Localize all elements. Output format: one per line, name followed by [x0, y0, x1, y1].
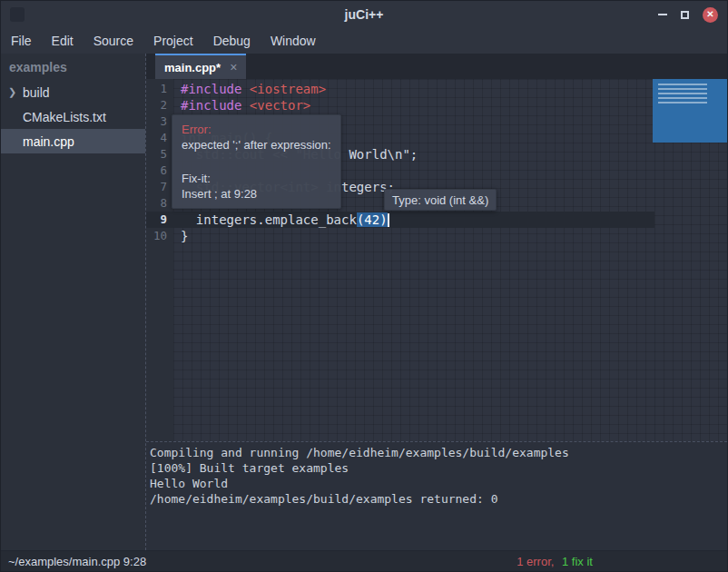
tab-label: main.cpp*: [164, 61, 221, 74]
minimize-button[interactable]: [658, 14, 667, 15]
selected-text: (42): [357, 212, 388, 227]
code-line-1: #include <iostream>: [146, 81, 727, 97]
cursor-location: ~/examples/main.cpp 9:28: [8, 555, 146, 568]
sidebar-item-build[interactable]: ❯build: [1, 80, 145, 104]
code-text: #include: [181, 82, 250, 96]
fixit-count[interactable]: 1 fix it: [562, 555, 593, 568]
error-tooltip: Error: expected ';' after expression: Fi…: [172, 114, 341, 209]
code-line-9: integers.emplace_back(42): [146, 212, 727, 228]
code-text: <iostream>: [250, 82, 326, 96]
tab-main-cpp[interactable]: main.cpp* ×: [155, 54, 246, 79]
output-line: /home/eidheim/examples/build/examples re…: [150, 491, 723, 507]
minimap-lines: [658, 84, 707, 105]
main-area: examples ❯buildCMakeLists.txtmain.cpp ma…: [1, 54, 727, 550]
editor-column: main.cpp* × 12345678910 #include <iostre…: [146, 54, 727, 550]
project-name: examples: [1, 54, 145, 80]
menu-item-edit[interactable]: Edit: [42, 30, 84, 52]
menu-item-window[interactable]: Window: [261, 30, 326, 52]
diagnostics: 1 error, 1 fix it: [516, 555, 593, 568]
output-line: [100%] Built target examples: [150, 460, 723, 476]
code-text: }: [181, 229, 188, 243]
error-title: Error:: [182, 122, 331, 137]
titlebar: juCi++ ✕: [1, 1, 727, 28]
type-signature: Type: void (int &&): [392, 193, 488, 207]
output-panel[interactable]: Compiling and running /home/eidheim/exam…: [146, 441, 727, 552]
restore-button[interactable]: [681, 11, 689, 19]
code-line-2: #include <vector>: [146, 97, 727, 113]
error-count[interactable]: 1 error,: [516, 555, 554, 568]
chevron-right-icon[interactable]: ❯: [8, 86, 23, 98]
menu-item-debug[interactable]: Debug: [203, 30, 261, 52]
tab-close-icon[interactable]: ×: [230, 61, 237, 74]
menu-item-source[interactable]: Source: [84, 30, 143, 52]
code-text: integers.emplace_back: [181, 212, 357, 227]
close-icon: ✕: [706, 10, 713, 19]
output-line: Hello World: [150, 476, 723, 491]
app-icon: [10, 7, 25, 22]
window-controls: ✕: [658, 1, 718, 28]
text-cursor: [388, 213, 389, 227]
file-label: CMakeLists.txt: [23, 110, 106, 124]
jucipp-window: juCi++ ✕ FileEditSourceProjectDebugWindo…: [0, 0, 728, 572]
close-button[interactable]: ✕: [703, 7, 718, 23]
output-line: Compiling and running /home/eidheim/exam…: [150, 445, 723, 460]
fixit-action: Insert ; at 9:28: [182, 186, 331, 202]
statusbar: ~/examples/main.cpp 9:28 1 error, 1 fix …: [1, 550, 727, 571]
sidebar: examples ❯buildCMakeLists.txtmain.cpp: [1, 54, 146, 550]
sidebar-item-cmakelists-txt[interactable]: CMakeLists.txt: [1, 104, 145, 129]
menubar: FileEditSourceProjectDebugWindow: [1, 28, 727, 54]
code-line-10: }: [146, 228, 727, 244]
sidebar-item-main-cpp[interactable]: main.cpp: [1, 129, 145, 153]
code-text: <vector>: [250, 98, 310, 113]
file-label: main.cpp: [23, 134, 74, 149]
tabbar: main.cpp* ×: [146, 54, 727, 79]
editor-area[interactable]: 12345678910 #include <iostream>#include …: [146, 79, 727, 441]
fixit-title: Fix-it:: [182, 171, 331, 186]
code-text: #include: [181, 98, 250, 113]
type-tooltip: Type: void (int &&): [384, 189, 497, 211]
minimap[interactable]: [653, 79, 727, 143]
file-label: build: [23, 85, 50, 100]
error-message: expected ';' after expression:: [182, 137, 331, 153]
menu-item-project[interactable]: Project: [143, 30, 203, 52]
minimize-icon: [658, 14, 667, 15]
menu-item-file[interactable]: File: [1, 30, 42, 52]
restore-icon: [681, 11, 689, 19]
window-title: juCi++: [345, 7, 384, 22]
file-tree: ❯buildCMakeLists.txtmain.cpp: [1, 80, 145, 153]
